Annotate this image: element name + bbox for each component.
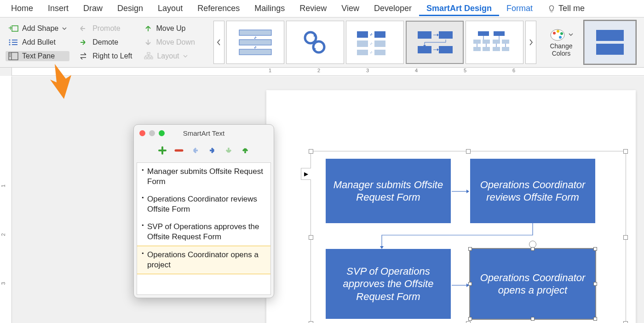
svg-rect-24 [357, 40, 368, 47]
text-pane-list[interactable]: Manager submits Offsite Request Form Ope… [137, 162, 271, 295]
tell-me[interactable]: Tell me [540, 1, 592, 16]
layout-thumb-4[interactable] [406, 21, 464, 64]
arrow-right-icon [79, 39, 89, 46]
move-up-button[interactable]: Move Up [141, 23, 197, 34]
tab-review[interactable]: Review [292, 1, 334, 16]
svg-rect-35 [483, 40, 490, 44]
text-pane-item-4[interactable]: Operations Coordinator opens a project [137, 246, 271, 274]
remove-icon[interactable] [174, 145, 184, 156]
svg-rect-33 [494, 31, 505, 36]
tab-home[interactable]: Home [4, 1, 40, 16]
chevron-down-icon [569, 32, 573, 37]
svg-rect-13 [147, 52, 150, 54]
text-pane-button[interactable]: Text Pane [6, 51, 69, 61]
promote-label: Promote [92, 24, 120, 33]
arrow-connector-1 [452, 188, 469, 195]
right-to-left-button[interactable]: Right to Left [76, 51, 135, 61]
svg-rect-16 [151, 57, 153, 59]
svg-text:+: + [8, 24, 12, 32]
svg-rect-40 [493, 47, 500, 51]
tab-layout[interactable]: Layout [150, 1, 190, 16]
svg-point-4 [9, 41, 10, 43]
layout-button[interactable]: Layout [141, 51, 197, 61]
chevron-right-icon [529, 39, 533, 46]
tab-insert[interactable]: Insert [40, 1, 76, 16]
svg-rect-26 [357, 50, 368, 55]
svg-rect-25 [374, 40, 385, 47]
gallery-prev-button[interactable] [213, 21, 224, 64]
tab-developer[interactable]: Developer [367, 1, 419, 16]
smartart-box-4[interactable]: Operations Coordinator opens a project ⟳ [470, 249, 595, 319]
text-pane-item-1[interactable]: Manager submits Offsite Request Form [137, 163, 270, 190]
close-window-button[interactable] [139, 130, 145, 136]
add-shape-label: Add Shape [22, 24, 58, 33]
svg-point-21 [313, 41, 324, 52]
text-pane-titlebar[interactable]: SmartArt Text [134, 125, 274, 141]
svg-point-20 [305, 32, 316, 43]
smartart-box-2[interactable]: Operations Coordinator reviews Offsite F… [470, 159, 595, 223]
promote-button[interactable]: Promote [76, 23, 135, 34]
document-page[interactable]: ▶ Manager submits Offsite Request Form O… [266, 90, 636, 323]
tab-design[interactable]: Design [110, 1, 150, 16]
ribbon-group-create: + Add Shape Add Bullet Text Pane [6, 23, 69, 61]
minimize-window-button[interactable] [149, 130, 155, 136]
svg-rect-34 [473, 40, 481, 44]
move-up-icon[interactable] [240, 145, 250, 156]
layout-thumb-5[interactable] [466, 21, 523, 64]
smartart-box-1[interactable]: Manager submits Offsite Request Form [326, 159, 451, 223]
move-down-button[interactable]: Move Down [141, 37, 197, 47]
svg-rect-15 [148, 57, 150, 59]
text-pane-icon [8, 52, 18, 60]
add-shape-button[interactable]: + Add Shape [6, 23, 69, 34]
layout-thumb-2[interactable] [286, 21, 344, 64]
arrow-up-icon [144, 24, 152, 33]
add-bullet-button[interactable]: Add Bullet [6, 37, 69, 47]
layout-thumb-3[interactable] [346, 21, 404, 64]
text-pane-item-3[interactable]: SVP of Operations approves the Offsite R… [137, 218, 270, 246]
zoom-window-button[interactable] [159, 130, 165, 136]
layout-thumb-1[interactable] [226, 21, 284, 64]
text-pane-toggle[interactable]: ▶ [301, 168, 311, 180]
svg-point-44 [557, 30, 559, 33]
tab-smartart-design[interactable]: SmartArt Design [419, 1, 499, 16]
svg-rect-36 [493, 40, 500, 44]
tab-references[interactable]: References [190, 1, 247, 16]
svg-rect-3 [12, 40, 17, 40]
move-down-icon[interactable] [224, 145, 234, 156]
chevron-down-icon [183, 54, 188, 58]
smartart-box-3[interactable]: SVP of Operations approves the Offsite R… [326, 249, 451, 319]
layouts-gallery [213, 21, 536, 64]
horizontal-ruler: 1 2 3 4 5 6 [12, 68, 644, 76]
svg-point-6 [9, 44, 10, 45]
ribbon-group-hierarchy: Promote Demote Right to Left [76, 23, 135, 61]
svg-rect-32 [478, 31, 489, 36]
svg-rect-23 [374, 31, 385, 38]
add-bullet-label: Add Bullet [22, 38, 56, 46]
svg-rect-12 [10, 56, 11, 57]
move-down-label: Move Down [156, 38, 195, 46]
svg-point-45 [560, 32, 563, 35]
tab-view[interactable]: View [334, 1, 367, 16]
arrow-connector-3 [452, 282, 469, 288]
style-thumb-1[interactable] [584, 21, 636, 64]
indent-icon[interactable] [207, 145, 217, 156]
add-icon[interactable] [157, 145, 167, 156]
tab-mailings[interactable]: Mailings [247, 1, 292, 16]
menu-bar: Home Insert Draw Design Layout Reference… [0, 0, 644, 17]
tab-format[interactable]: Format [499, 1, 540, 16]
svg-rect-7 [12, 44, 17, 45]
demote-button[interactable]: Demote [76, 37, 135, 47]
gallery-next-button[interactable] [525, 21, 536, 64]
svg-rect-14 [144, 57, 147, 59]
smartart-frame[interactable]: ▶ Manager submits Offsite Request Form O… [310, 151, 626, 323]
text-pane-item-2[interactable]: Operations Coordinator reviews Offsite F… [137, 190, 270, 218]
change-colors-button[interactable]: Change Colors [549, 28, 573, 57]
tab-draw[interactable]: Draw [76, 1, 110, 16]
text-pane-label: Text Pane [22, 52, 55, 60]
smartart-text-pane[interactable]: SmartArt Text Manager submits Offsite Re… [133, 124, 274, 298]
svg-rect-19 [239, 49, 271, 55]
svg-rect-5 [12, 42, 17, 43]
arrow-down-icon [144, 38, 152, 46]
chevron-down-icon [62, 26, 67, 31]
outdent-icon[interactable] [190, 145, 201, 156]
